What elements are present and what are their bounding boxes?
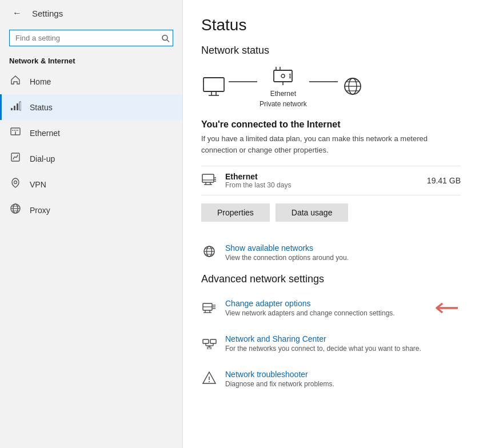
back-button[interactable]: ← — [9, 7, 25, 19]
sharing-center-title: Network and Sharing Center — [225, 334, 421, 343]
sharing-center-row[interactable]: Network and Sharing Center For the netwo… — [201, 329, 461, 358]
svg-point-28 — [281, 74, 285, 78]
svg-point-13 — [14, 181, 17, 184]
titlebar: ← Settings — [0, 0, 182, 26]
sidebar-item-vpn-label: VPN — [30, 180, 46, 189]
private-network-label: Private network — [260, 100, 307, 108]
connected-heading: You're connected to the Internet — [201, 119, 461, 130]
svg-rect-19 — [203, 78, 224, 91]
svg-point-66 — [209, 381, 210, 382]
page-title: Status — [201, 16, 461, 34]
sidebar-item-home-label: Home — [30, 77, 51, 86]
router-icon — [270, 66, 296, 87]
computer-icon — [201, 76, 226, 98]
sidebar-item-home[interactable]: Home — [0, 69, 182, 94]
search-container — [0, 26, 182, 52]
advanced-title: Advanced network settings — [201, 273, 461, 285]
home-icon — [9, 74, 22, 89]
svg-rect-37 — [202, 174, 214, 182]
data-usage-button[interactable]: Data usage — [276, 203, 349, 222]
svg-point-0 — [162, 35, 167, 40]
adapter-options-icon — [201, 300, 217, 317]
svg-rect-3 — [14, 106, 15, 110]
show-networks-desc: View the connection options around you. — [225, 254, 349, 262]
globe-icon — [340, 76, 365, 98]
adapter-options-text: Change adapter options View network adap… — [225, 299, 418, 317]
pink-arrow-icon — [426, 300, 461, 316]
main-content: Status Network status — [183, 0, 479, 448]
line-2 — [309, 81, 338, 82]
sidebar: ← Settings Network & Internet Home — [0, 0, 183, 448]
connected-desc: If you have a limited data plan, you can… — [201, 133, 430, 155]
sharing-center-icon — [201, 335, 217, 353]
show-networks-icon — [201, 245, 217, 262]
adapter-options-title: Change adapter options — [225, 299, 418, 308]
sidebar-section-label: Network & Internet — [0, 52, 182, 69]
svg-rect-5 — [19, 102, 21, 110]
sidebar-item-ethernet[interactable]: Ethernet — [0, 120, 182, 146]
network-diagram: Ethernet Private network — [201, 66, 461, 108]
sidebar-item-ethernet-label: Ethernet — [30, 129, 60, 138]
search-input[interactable] — [9, 30, 173, 46]
adapter-options-desc: View network adapters and change connect… — [225, 309, 418, 317]
svg-rect-59 — [210, 339, 216, 343]
svg-rect-2 — [11, 108, 13, 110]
sidebar-item-dialup[interactable]: Dial-up — [0, 146, 182, 171]
network-status-title: Network status — [201, 45, 461, 57]
line-1 — [229, 81, 257, 82]
app-title: Settings — [32, 9, 63, 18]
show-networks-title: Show available networks — [225, 243, 349, 253]
troubleshooter-row[interactable]: Network troubleshooter Diagnose and fix … — [201, 364, 461, 394]
connection-row: Ethernet From the last 30 days 19.41 GB — [201, 166, 461, 195]
internet-node — [340, 76, 365, 98]
sharing-center-desc: For the networks you connect to, decide … — [225, 345, 421, 353]
connection-icon — [201, 172, 217, 189]
show-networks-text: Show available networks View the connect… — [225, 243, 349, 262]
troubleshooter-text: Network troubleshooter Diagnose and fix … — [225, 370, 334, 388]
svg-rect-4 — [17, 103, 18, 110]
ethernet-node: Ethernet Private network — [260, 66, 307, 108]
action-buttons: Properties Data usage — [201, 203, 461, 222]
svg-rect-58 — [203, 339, 209, 343]
troubleshooter-title: Network troubleshooter — [225, 370, 334, 379]
vpn-icon — [9, 177, 22, 191]
search-icon — [162, 34, 170, 42]
sidebar-item-vpn[interactable]: VPN — [0, 171, 182, 197]
svg-line-1 — [167, 39, 169, 42]
connection-info: Ethernet From the last 30 days — [225, 172, 427, 189]
search-icon-button[interactable] — [162, 34, 170, 44]
sidebar-item-status[interactable]: Status — [0, 94, 182, 120]
dialup-icon — [9, 151, 22, 166]
ethernet-icon — [9, 126, 22, 140]
properties-button[interactable]: Properties — [201, 203, 270, 222]
sidebar-item-proxy-label: Proxy — [30, 206, 50, 215]
troubleshooter-icon — [201, 371, 217, 388]
ethernet-node-label: Ethernet — [270, 90, 296, 98]
computer-node — [201, 76, 226, 98]
troubleshooter-desc: Diagnose and fix network problems. — [225, 380, 334, 388]
sidebar-item-dialup-label: Dial-up — [30, 154, 55, 163]
proxy-icon — [9, 203, 22, 217]
connection-sub: From the last 30 days — [225, 181, 427, 189]
sidebar-item-status-label: Status — [30, 103, 53, 112]
sidebar-item-proxy[interactable]: Proxy — [0, 197, 182, 223]
connection-name: Ethernet — [225, 172, 427, 181]
connection-data: 19.41 GB — [427, 176, 461, 185]
show-networks-row[interactable]: Show available networks View the connect… — [201, 238, 461, 267]
status-icon — [9, 100, 22, 114]
adapter-options-row[interactable]: Change adapter options View network adap… — [201, 293, 461, 323]
pink-arrow-indicator — [426, 300, 461, 316]
sharing-center-text: Network and Sharing Center For the netwo… — [225, 334, 421, 353]
